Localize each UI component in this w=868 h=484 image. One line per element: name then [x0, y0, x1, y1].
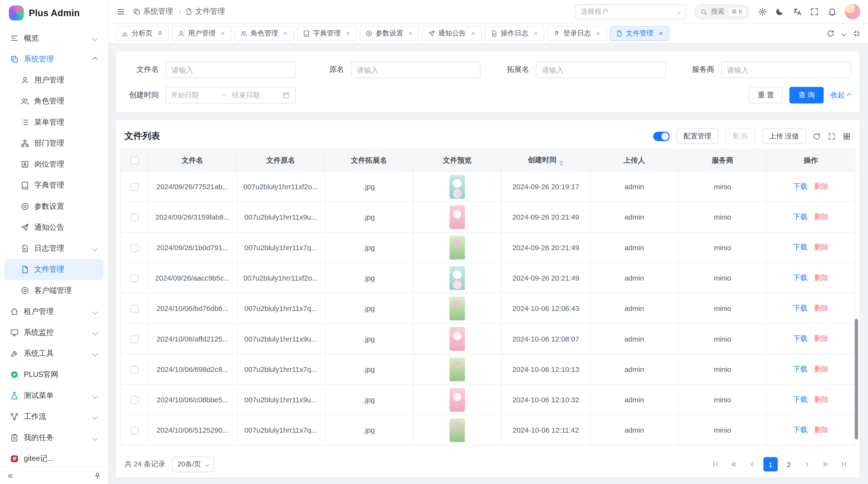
page-button-1[interactable]: 1 — [763, 457, 778, 472]
settings-gear-icon[interactable] — [757, 7, 767, 16]
collapse-filter-link[interactable]: 收起 — [830, 90, 851, 100]
file-preview-image[interactable] — [450, 205, 465, 229]
tab-login-log[interactable]: 登录日志 — [547, 26, 607, 41]
file-preview-image[interactable] — [450, 266, 465, 290]
file-preview-image[interactable] — [450, 327, 465, 351]
file-preview-image[interactable] — [450, 418, 465, 442]
tab-analysis[interactable]: 分析页 — [116, 26, 168, 41]
download-link[interactable]: 下载 — [793, 334, 807, 343]
config-button[interactable]: 配置管理 — [677, 128, 718, 144]
file-preview-image[interactable] — [450, 296, 465, 320]
scrollbar-thumb[interactable] — [855, 319, 858, 440]
sidebar-item-tools[interactable]: 系统工具 — [4, 343, 103, 364]
user-avatar[interactable] — [845, 4, 860, 19]
extension-input[interactable] — [536, 61, 665, 78]
download-link[interactable]: 下载 — [793, 304, 807, 312]
fullscreen-icon[interactable] — [810, 7, 819, 16]
row-checkbox[interactable] — [130, 244, 138, 252]
delete-link[interactable]: 删除 — [814, 243, 829, 251]
row-checkbox[interactable] — [130, 274, 138, 282]
sidebar-item-tenant[interactable]: 租户管理 — [4, 301, 103, 322]
delete-link[interactable]: 删除 — [814, 334, 829, 343]
tab-notice[interactable]: 通知公告 — [422, 26, 482, 41]
select-all-checkbox[interactable] — [130, 157, 138, 164]
delete-link[interactable]: 删除 — [814, 426, 829, 434]
first-page-button[interactable] — [709, 457, 723, 472]
sidebar-item-menu[interactable]: 菜单管理 — [4, 112, 103, 133]
exit-fullscreen-icon[interactable] — [852, 29, 861, 38]
tab-role[interactable]: 角色管理 — [235, 26, 294, 41]
page-button-2[interactable]: 2 — [782, 457, 796, 472]
notifications-bell-icon[interactable] — [827, 7, 836, 16]
row-checkbox[interactable] — [130, 214, 138, 221]
sidebar-item-user[interactable]: 用户管理 — [4, 70, 103, 91]
sidebar-item-plus-site[interactable]: PLUS官网 — [4, 364, 103, 385]
download-link[interactable]: 下载 — [793, 182, 807, 190]
dark-mode-moon-icon[interactable] — [775, 7, 784, 16]
toggle-switch[interactable] — [653, 131, 670, 141]
sidebar-item-param[interactable]: 参数设置 — [4, 196, 103, 217]
download-link[interactable]: 下载 — [793, 213, 807, 221]
refresh-tab-icon[interactable] — [827, 29, 835, 38]
sidebar-item-overview[interactable]: 概览 — [4, 28, 103, 49]
delete-button[interactable]: 删 除 — [725, 128, 755, 144]
delete-link[interactable]: 删除 — [814, 304, 829, 312]
prev-page-button[interactable] — [745, 457, 760, 472]
menu-toggle-icon[interactable] — [116, 7, 125, 16]
sidebar-item-role[interactable]: 角色管理 — [4, 91, 103, 112]
sidebar-item-dict[interactable]: 字典管理 — [4, 175, 103, 196]
tenant-select[interactable]: 选择租户 — [575, 4, 686, 19]
refresh-table-icon[interactable] — [812, 132, 821, 140]
tab-dict[interactable]: 字典管理 — [297, 26, 356, 41]
sidebar-item-log[interactable]: 日志管理 — [4, 238, 103, 259]
delete-link[interactable]: 删除 — [814, 395, 829, 403]
sidebar-item-system[interactable]: 系统管理 — [4, 49, 103, 70]
original-name-input[interactable] — [350, 61, 480, 78]
sidebar-item-gitee[interactable]: gitee记... — [4, 448, 103, 466]
file-preview-image[interactable] — [450, 235, 465, 259]
jump-back-button[interactable] — [727, 457, 741, 472]
close-icon[interactable] — [657, 30, 663, 36]
download-link[interactable]: 下载 — [793, 426, 807, 434]
close-icon[interactable] — [532, 30, 538, 36]
download-link[interactable]: 下载 — [793, 273, 807, 282]
close-icon[interactable] — [595, 30, 601, 36]
tab-user[interactable]: 用户管理 — [172, 26, 231, 41]
upload-button[interactable]: 上传 没做 — [762, 128, 806, 144]
sidebar-item-workflow[interactable]: 工作流 — [4, 406, 103, 427]
page-size-select[interactable]: 20条/页 — [172, 456, 214, 472]
file-preview-image[interactable] — [450, 357, 465, 381]
provider-input[interactable] — [721, 61, 850, 78]
close-icon[interactable] — [282, 30, 288, 36]
sidebar-item-post[interactable]: 岗位管理 — [4, 154, 103, 175]
row-checkbox[interactable] — [130, 305, 138, 313]
close-icon[interactable] — [407, 30, 413, 36]
sidebar-item-tasks[interactable]: 我的任务 — [4, 427, 103, 448]
download-link[interactable]: 下载 — [793, 395, 807, 403]
query-button[interactable]: 查 询 — [789, 87, 824, 103]
breadcrumb-item-file[interactable]: 文件管理 — [185, 7, 225, 17]
row-checkbox[interactable] — [130, 427, 138, 434]
delete-link[interactable]: 删除 — [814, 273, 829, 282]
file-name-input[interactable] — [165, 61, 295, 78]
tab-op-log[interactable]: 操作日志 — [485, 26, 544, 41]
sort-icon[interactable] — [559, 160, 564, 166]
next-page-button[interactable] — [800, 457, 814, 472]
jump-forward-button[interactable] — [818, 457, 833, 472]
fullscreen-table-icon[interactable] — [828, 132, 836, 140]
sidebar-item-dept[interactable]: 部门管理 — [4, 133, 103, 154]
sidebar-item-client[interactable]: 客户端管理 — [4, 280, 103, 301]
file-preview-image[interactable] — [450, 174, 465, 198]
delete-link[interactable]: 删除 — [814, 365, 829, 373]
row-checkbox[interactable] — [130, 366, 138, 374]
translate-icon[interactable] — [793, 7, 802, 16]
date-range-input[interactable]: 开始日期 结束日期 — [165, 87, 295, 103]
row-checkbox[interactable] — [130, 335, 138, 343]
close-icon[interactable] — [470, 30, 476, 36]
last-page-button[interactable] — [836, 457, 851, 472]
close-icon[interactable] — [345, 30, 350, 36]
row-checkbox[interactable] — [130, 396, 138, 404]
file-preview-image[interactable] — [450, 388, 465, 412]
tab-file[interactable]: 文件管理 — [610, 26, 669, 41]
sidebar-collapse-icon[interactable] — [7, 472, 14, 479]
